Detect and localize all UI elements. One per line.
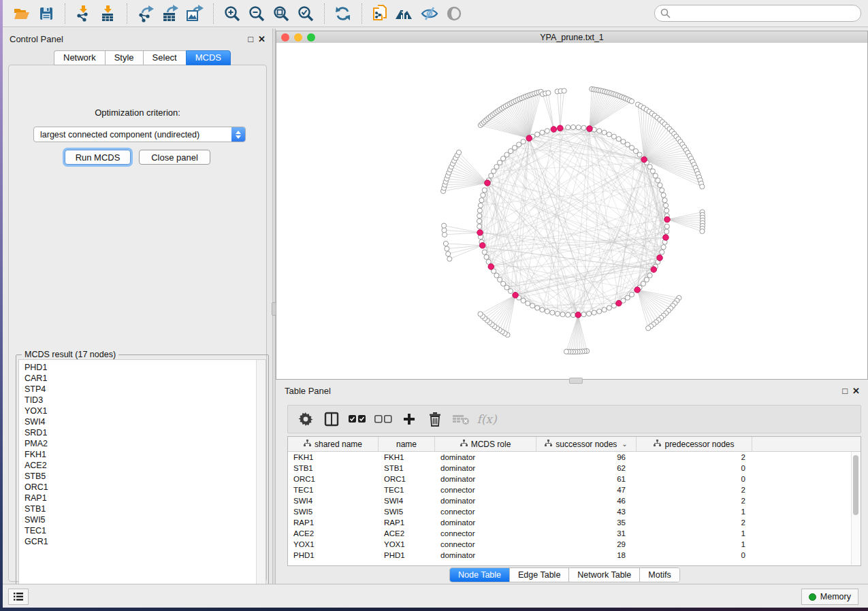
tab-edge-table[interactable]: Edge Table <box>510 568 569 582</box>
export-network-icon[interactable] <box>135 4 156 23</box>
control-panel-title: Control Panel <box>10 34 63 44</box>
column-header-MCDS-role[interactable]: MCDS role <box>435 437 536 451</box>
main-toolbar <box>3 0 868 27</box>
clone-network-icon[interactable] <box>370 4 391 23</box>
mcds-result-item[interactable]: SWI4 <box>19 416 256 427</box>
mcds-result-item[interactable]: STB5 <box>19 471 256 482</box>
table-scrollbar-thumb[interactable] <box>853 455 858 515</box>
search-input[interactable] <box>674 8 855 19</box>
export-image-icon[interactable] <box>184 4 205 23</box>
table-row[interactable]: SWI4SWI4dominator462 <box>288 495 861 506</box>
zoom-in-icon[interactable] <box>222 4 242 23</box>
mcds-result-group: MCDS result (17 nodes) PHD1CAR1STP4TID3Y… <box>16 354 269 607</box>
table-row[interactable]: RAP1RAP1dominator352 <box>288 517 861 528</box>
column-header-name[interactable]: name <box>379 437 435 451</box>
mcds-result-item[interactable]: GCR1 <box>19 536 256 547</box>
mcds-result-item[interactable]: RAP1 <box>19 493 256 503</box>
mcds-panel: Optimization criterion: largest connecte… <box>8 65 267 582</box>
import-table-icon[interactable] <box>98 4 118 23</box>
mcds-result-item[interactable]: TID3 <box>19 395 256 406</box>
memory-label: Memory <box>820 592 851 601</box>
mcds-result-item[interactable]: STP4 <box>19 384 256 395</box>
table-row[interactable]: TEC1TEC1connector472 <box>288 484 861 495</box>
run-mcds-button[interactable]: Run MCDS <box>65 150 131 165</box>
tab-motifs[interactable]: Motifs <box>640 568 679 582</box>
table-toolbar: f(x) <box>287 405 861 433</box>
table-options-gear-icon[interactable] <box>296 410 315 429</box>
mcds-result-item[interactable]: PHD1 <box>19 362 256 373</box>
add-column-icon[interactable] <box>400 410 419 429</box>
memory-button[interactable]: Memory <box>801 589 858 605</box>
tab-style[interactable]: Style <box>105 50 143 65</box>
float-panel-icon[interactable]: □ <box>842 386 848 396</box>
network-canvas[interactable] <box>276 43 867 379</box>
column-layout-icon[interactable] <box>322 410 341 429</box>
open-file-icon[interactable] <box>12 4 32 23</box>
table-row[interactable]: STB1STB1dominator620 <box>288 463 861 474</box>
first-neighbors-icon[interactable] <box>395 4 415 23</box>
zoom-selected-icon[interactable] <box>295 4 316 23</box>
mcds-result-item[interactable]: ORC1 <box>19 482 256 493</box>
refresh-layout-icon[interactable] <box>333 4 353 23</box>
column-header-successor-nodes[interactable]: successor nodes⌄ <box>536 437 637 451</box>
mcds-result-item[interactable]: ACE2 <box>19 460 256 471</box>
deselect-all-icon[interactable] <box>374 410 393 429</box>
import-network-icon[interactable] <box>74 4 94 23</box>
select-all-icon[interactable] <box>348 410 367 429</box>
search-box[interactable] <box>654 5 861 22</box>
export-table-icon[interactable] <box>160 4 180 23</box>
task-history-button[interactable] <box>8 589 29 605</box>
float-panel-icon[interactable]: □ <box>248 34 253 44</box>
zoom-fit-icon[interactable] <box>271 4 291 23</box>
mcds-result-item[interactable]: SRD1 <box>19 427 256 438</box>
table-row[interactable]: YOX1YOX1connector291 <box>288 539 861 550</box>
column-header-shared-name[interactable]: shared name <box>288 437 379 451</box>
mcds-result-item[interactable]: TEC1 <box>19 525 256 536</box>
hide-selected-icon[interactable] <box>419 4 440 23</box>
shared-column-icon <box>460 440 468 449</box>
delete-column-icon[interactable] <box>425 410 445 429</box>
control-panel: Control Panel □ ✕ NetworkStyleSelectMCDS… <box>3 29 272 584</box>
mcds-result-item[interactable]: SWI5 <box>19 514 256 525</box>
tab-select[interactable]: Select <box>143 50 186 65</box>
shared-column-icon <box>654 440 661 449</box>
shared-column-icon <box>304 440 311 449</box>
table-row[interactable]: SWI5SWI5connector431 <box>288 506 861 517</box>
show-all-icon[interactable] <box>444 4 464 23</box>
column-header-predecessor-nodes[interactable]: predecessor nodes <box>637 437 752 451</box>
task-list-icon <box>13 592 24 601</box>
mcds-result-list: PHD1CAR1STP4TID3YOX1SWI4SRD1PMA2FKH1ACE2… <box>19 362 256 547</box>
tab-network-table[interactable]: Network Table <box>569 568 640 582</box>
save-session-icon[interactable] <box>36 4 57 23</box>
mcds-result-item[interactable]: YOX1 <box>19 406 256 416</box>
close-panel-button[interactable]: Close panel <box>139 150 210 165</box>
mcds-result-item[interactable]: PMA2 <box>19 438 256 449</box>
shared-column-icon <box>545 440 552 449</box>
memory-status-icon <box>809 593 816 601</box>
network-graph[interactable] <box>276 43 867 379</box>
table-row[interactable]: ACE2ACE2connector311 <box>288 528 861 539</box>
toolbar-separator <box>361 3 362 24</box>
mcds-result-title: MCDS result (17 nodes) <box>22 350 118 359</box>
zoom-out-icon[interactable] <box>246 4 267 23</box>
mcds-result-item[interactable]: STB1 <box>19 503 256 514</box>
mcds-list-scrollbar[interactable] <box>256 360 266 604</box>
close-panel-icon[interactable]: ✕ <box>852 386 860 396</box>
table-row[interactable]: ORC1ORC1dominator610 <box>288 474 861 484</box>
table-row[interactable]: FKH1FKH1dominator962 <box>288 452 861 463</box>
table-row[interactable]: PHD1PHD1dominator180 <box>288 550 861 561</box>
table-scrollbar[interactable] <box>851 452 860 565</box>
mcds-result-item[interactable]: FKH1 <box>19 449 256 460</box>
toolbar-separator <box>324 3 325 24</box>
node-table[interactable]: shared namenameMCDS rolesuccessor nodes⌄… <box>287 436 861 566</box>
tab-network[interactable]: Network <box>54 50 105 65</box>
tab-mcds[interactable]: MCDS <box>186 50 231 65</box>
divider-handle-horizontal[interactable] <box>569 378 583 384</box>
close-panel-icon[interactable]: ✕ <box>258 34 266 44</box>
network-titlebar[interactable]: YPA_prune.txt_1 <box>276 31 867 44</box>
mcds-result-item[interactable]: CAR1 <box>19 373 256 384</box>
criterion-select[interactable]: largest connected component (undirected) <box>33 127 246 142</box>
table-body: FKH1FKH1dominator962STB1STB1dominator620… <box>288 452 861 561</box>
tab-node-table[interactable]: Node Table <box>450 568 510 582</box>
toolbar-separator <box>65 3 65 24</box>
